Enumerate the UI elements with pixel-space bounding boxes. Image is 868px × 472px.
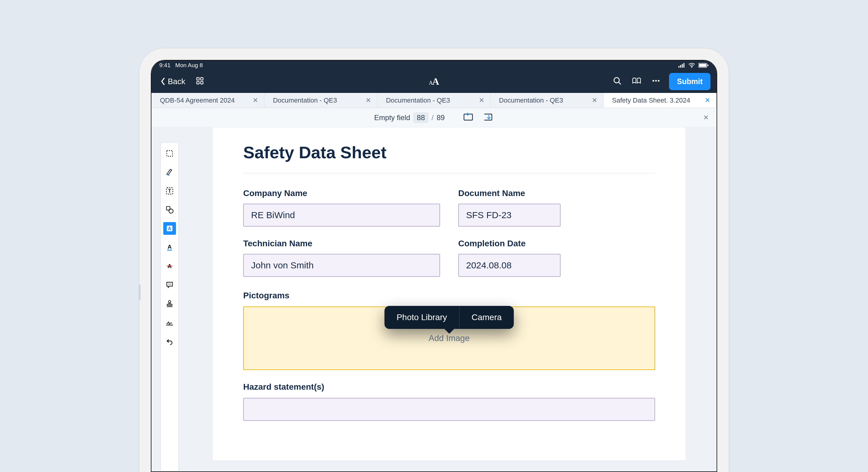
document-name-label: Document Name xyxy=(458,189,655,198)
app-logo: AA xyxy=(429,76,439,87)
close-icon[interactable]: ✕ xyxy=(253,97,258,104)
tab-label: Documentation - QE3 xyxy=(386,97,450,104)
svg-text:A: A xyxy=(167,243,172,250)
camera-option[interactable]: Camera xyxy=(460,306,514,329)
company-name-input[interactable] xyxy=(243,204,440,227)
pictograms-label: Pictograms xyxy=(243,291,655,300)
battery-icon xyxy=(699,63,709,68)
tab-label: QDB-54 Agreement 2024 xyxy=(160,97,235,104)
stamp-tool[interactable] xyxy=(163,297,176,310)
document: Safety Data Sheet Company Name Document … xyxy=(213,127,685,460)
image-source-popover: Photo Library Camera xyxy=(384,306,514,329)
top-nav: Back AA xyxy=(151,70,717,93)
submit-button[interactable]: Submit xyxy=(669,73,711,90)
svg-rect-11 xyxy=(200,81,203,84)
tab-label: Documentation - QE3 xyxy=(273,97,337,104)
svg-rect-3 xyxy=(684,63,684,67)
svg-rect-2 xyxy=(682,64,683,68)
svg-text:A: A xyxy=(168,226,172,231)
hazard-label: Hazard statement(s) xyxy=(243,382,655,392)
svg-rect-27 xyxy=(167,266,173,267)
more-button[interactable] xyxy=(650,74,662,88)
completion-date-label: Completion Date xyxy=(458,239,655,248)
wifi-icon xyxy=(688,63,695,68)
completion-date-input[interactable] xyxy=(458,254,561,277)
tab-3[interactable]: Documentation - QE3 ✕ xyxy=(491,93,603,108)
status-time: 9:41 xyxy=(159,62,170,68)
ipad-frame: 9:41 Mon Aug 8 xyxy=(139,48,729,472)
back-button[interactable]: Back xyxy=(157,75,188,88)
svg-point-30 xyxy=(170,284,171,284)
tab-4[interactable]: Safety Data Sheet. 3.2024 ✕ xyxy=(603,93,717,108)
tab-2[interactable]: Documentation - QE3 ✕ xyxy=(377,93,490,108)
svg-rect-32 xyxy=(167,304,172,306)
close-icon[interactable]: ✕ xyxy=(479,97,484,104)
undo-tool[interactable] xyxy=(163,335,176,347)
status-bar: 9:41 Mon Aug 8 xyxy=(151,61,717,70)
search-button[interactable] xyxy=(611,74,624,88)
device-side-button xyxy=(139,284,141,300)
signal-icon xyxy=(678,63,685,68)
grid-view-button[interactable] xyxy=(193,74,207,89)
comment-tool[interactable] xyxy=(163,278,176,291)
field-current: 88 xyxy=(413,112,429,123)
svg-rect-10 xyxy=(196,81,199,84)
page-title: Safety Data Sheet xyxy=(243,142,655,162)
divider xyxy=(243,173,655,173)
svg-rect-6 xyxy=(699,64,706,67)
svg-rect-0 xyxy=(678,66,679,68)
status-date: Mon Aug 8 xyxy=(175,62,203,68)
add-image-placeholder: Add Image xyxy=(429,333,469,343)
svg-point-29 xyxy=(169,284,170,284)
tab-0[interactable]: QDB-54 Agreement 2024 ✕ xyxy=(151,93,265,108)
strikethrough-tool[interactable]: A xyxy=(163,260,176,272)
underline-tool[interactable]: A xyxy=(163,241,176,254)
svg-rect-8 xyxy=(196,78,199,80)
reader-button[interactable] xyxy=(630,74,643,88)
technician-name-input[interactable] xyxy=(243,254,440,277)
highlighter-tool[interactable] xyxy=(163,166,176,178)
text-tool[interactable]: T xyxy=(163,184,176,197)
status-time-date: 9:41 Mon Aug 8 xyxy=(159,62,203,69)
tab-label: Documentation - QE3 xyxy=(499,97,563,104)
svg-point-14 xyxy=(655,80,657,82)
svg-point-4 xyxy=(691,67,692,68)
close-icon[interactable]: ✕ xyxy=(705,97,710,104)
svg-rect-1 xyxy=(680,65,681,68)
close-icon[interactable]: ✕ xyxy=(592,97,597,104)
tab-1[interactable]: Documentation - QE3 ✕ xyxy=(265,93,377,108)
photo-library-option[interactable]: Photo Library xyxy=(384,306,459,329)
svg-rect-9 xyxy=(200,78,203,80)
select-tool[interactable] xyxy=(163,147,176,160)
hazard-input[interactable] xyxy=(243,398,655,421)
svg-point-21 xyxy=(169,209,173,213)
tab-label: Safety Data Sheet. 3.2024 xyxy=(612,97,690,104)
field-total: 89 xyxy=(437,113,445,122)
field-nav-bar: Empty field 88 / 89 ✕ xyxy=(151,108,717,127)
signature-tool[interactable] xyxy=(163,316,176,329)
company-name-label: Company Name xyxy=(243,189,440,198)
svg-point-31 xyxy=(168,300,170,303)
svg-rect-7 xyxy=(708,64,708,66)
tool-rail: T A A A xyxy=(151,127,188,471)
fill-tool[interactable]: A xyxy=(163,222,176,235)
prev-field-button[interactable] xyxy=(463,112,474,123)
workspace: T A A A xyxy=(151,127,717,471)
document-container: Safety Data Sheet Company Name Document … xyxy=(188,127,717,471)
document-name-input[interactable] xyxy=(458,204,561,227)
ipad-screen: 9:41 Mon Aug 8 xyxy=(151,60,717,472)
svg-text:T: T xyxy=(168,188,171,194)
svg-rect-25 xyxy=(167,249,172,250)
close-icon[interactable]: ✕ xyxy=(366,97,371,104)
technician-name-label: Technician Name xyxy=(243,239,440,248)
svg-point-28 xyxy=(168,284,169,284)
close-fieldnav-button[interactable]: ✕ xyxy=(703,114,709,122)
next-field-button[interactable] xyxy=(483,112,494,123)
back-label: Back xyxy=(168,77,185,86)
tool-card: T A A A xyxy=(160,142,179,471)
tab-bar: QDB-54 Agreement 2024 ✕ Documentation - … xyxy=(151,93,717,108)
svg-point-15 xyxy=(658,80,660,82)
shape-tool[interactable] xyxy=(163,203,176,216)
field-nav-label: Empty field xyxy=(374,113,410,122)
svg-rect-17 xyxy=(167,151,173,157)
